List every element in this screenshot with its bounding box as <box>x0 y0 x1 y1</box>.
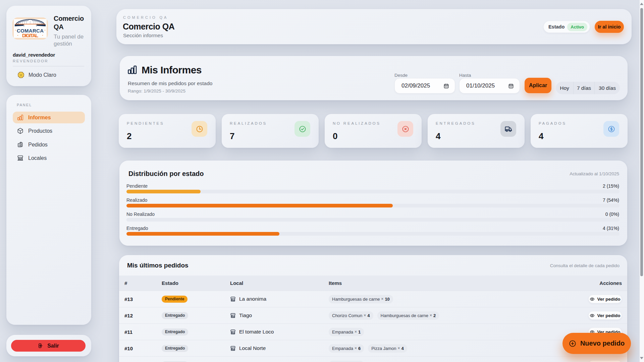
svg-text:COMARCA: COMARCA <box>17 28 44 34</box>
svg-text:DIGITAL: DIGITAL <box>22 33 38 38</box>
